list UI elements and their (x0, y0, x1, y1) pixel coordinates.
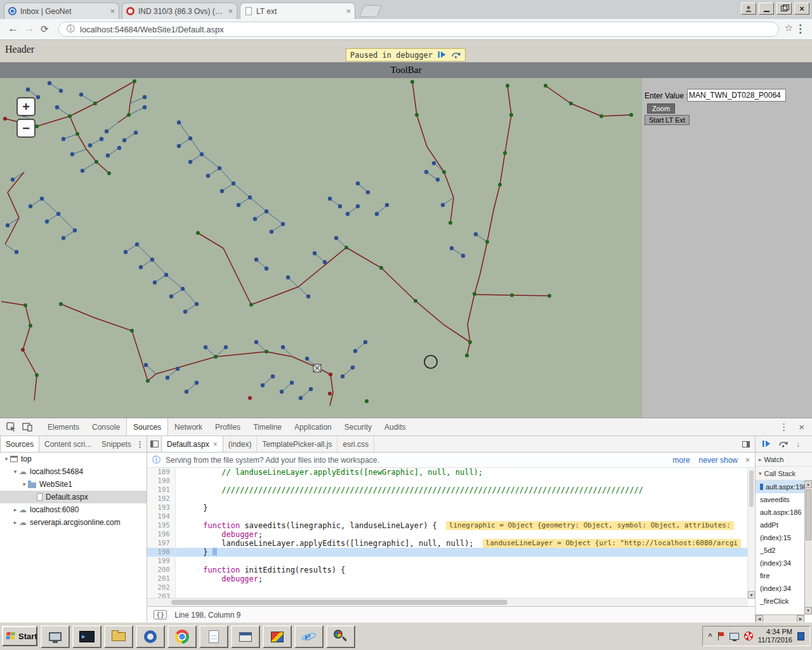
watch-section-header[interactable]: ▸ Watch (756, 453, 812, 467)
start-button[interactable]: Start (2, 626, 37, 646)
file-pane-tab[interactable]: Content scri... (39, 436, 96, 452)
pretty-print-icon[interactable]: {} (154, 610, 167, 620)
device-toolbar-icon[interactable] (22, 423, 32, 432)
infobar-more-link[interactable]: more (672, 456, 690, 465)
callstack-function[interactable]: addPt (756, 519, 812, 531)
callstack-location[interactable]: ault.aspx:198 (756, 481, 812, 493)
scroll-up-icon[interactable]: ▲ (804, 481, 812, 488)
browser-tab[interactable]: Inbox | GeoNet× (4, 3, 119, 19)
devtools-close-icon[interactable]: × (799, 421, 804, 433)
browser-tab[interactable]: LT ext× (240, 3, 355, 19)
browser-menu-icon[interactable]: ⋮ (795, 22, 806, 36)
toggle-navigator-icon[interactable] (147, 441, 161, 448)
codewin-launcher[interactable] (231, 625, 260, 648)
minimize-button[interactable] (759, 3, 774, 15)
terminal-launcher[interactable] (72, 625, 102, 648)
code-line[interactable]: 199 (147, 557, 755, 566)
notepad-launcher[interactable] (199, 625, 228, 648)
scroll-down-icon[interactable]: ▼ (748, 591, 755, 599)
infobar-nevershow-link[interactable]: never show (699, 456, 738, 465)
scroll-down-icon[interactable]: ▼ (804, 607, 812, 614)
editor-tab[interactable]: Default.aspx× (161, 436, 223, 452)
tree-item-default-aspx[interactable]: Default.aspx (0, 491, 147, 503)
start-lt-ext-button[interactable]: Start LT Ext (645, 115, 690, 125)
bookmark-star-icon[interactable]: ☆ (785, 22, 793, 34)
forward-button[interactable]: → (24, 22, 35, 35)
code-line[interactable]: 191 ////////////////////////////////////… (147, 486, 755, 494)
page-info-icon[interactable]: ⓘ (67, 23, 75, 35)
map-canvas[interactable] (0, 78, 642, 418)
resume-icon[interactable] (762, 439, 771, 450)
tab-close-icon[interactable]: × (228, 7, 233, 15)
devtools-tab-application[interactable]: Application (288, 418, 338, 435)
callstack-location[interactable]: (index):34 (756, 557, 812, 569)
close-button[interactable]: × (794, 3, 809, 15)
reload-button[interactable]: ⟳ (41, 23, 49, 35)
inspect-element-icon[interactable] (6, 422, 16, 432)
tree-item-localhost-54684[interactable]: ▾☁localhost:54684 (0, 465, 147, 478)
tree-item-serverapi-arcgisonline-com[interactable]: ▸☁serverapi.arcgisonline.com (0, 516, 147, 529)
editor-tab[interactable]: esri.css (337, 436, 374, 452)
devtools-tab-timeline[interactable]: Timeline (247, 418, 288, 435)
computer-launcher[interactable] (41, 625, 70, 648)
toggle-drawer-icon[interactable] (742, 441, 750, 448)
code-line[interactable]: 202 (147, 583, 755, 592)
colorapp-launcher[interactable] (263, 625, 292, 648)
map-view[interactable]: + − (0, 78, 642, 418)
file-pane-tab[interactable]: Sources (0, 436, 39, 452)
red-ball-icon[interactable] (744, 632, 753, 640)
tray-indicator-icon[interactable] (797, 632, 804, 640)
back-button[interactable]: ← (8, 22, 18, 35)
flag-icon[interactable] (717, 632, 724, 640)
map-zoom-out-button[interactable]: − (16, 119, 36, 138)
callstack-function[interactable]: saveedits (756, 493, 812, 506)
devtools-tab-security[interactable]: Security (338, 418, 378, 435)
step-into-icon[interactable]: ↓ (796, 440, 800, 449)
code-line[interactable]: 196 debugger; (147, 530, 755, 539)
step-over-icon[interactable] (778, 439, 789, 450)
tree-item-top[interactable]: ▾top (0, 453, 147, 465)
resume-script-icon[interactable] (438, 50, 446, 61)
editor-horizontal-scrollbar[interactable] (147, 598, 748, 606)
step-over-icon[interactable] (451, 50, 461, 61)
code-line[interactable]: 189 // landuseLineLayer.applyEdits([newG… (147, 468, 755, 477)
browser-tab[interactable]: IND 310/3 (86.3 Ovs) (Ajink× (122, 3, 237, 19)
tab-close-icon[interactable]: × (346, 7, 351, 15)
callstack-function[interactable]: _5d2 (756, 544, 812, 557)
callstack-section-header[interactable]: ▾ Call Stack (756, 467, 812, 481)
searchball-launcher[interactable] (326, 625, 355, 648)
devtools-menu-icon[interactable]: ⋮ (779, 421, 789, 433)
callstack-location[interactable]: (index):34 (756, 582, 812, 595)
code-line[interactable]: 198 } (147, 548, 755, 557)
tree-item-localhost-6080[interactable]: ▸☁localhost:6080 (0, 503, 147, 516)
value-input[interactable] (687, 89, 786, 102)
devtools-tab-console[interactable]: Console (86, 418, 126, 435)
callstack-location[interactable]: ault.aspx:186 (756, 506, 812, 519)
code-line[interactable]: 193 } (147, 503, 755, 512)
new-tab-button[interactable] (359, 5, 382, 17)
infobar-close-icon[interactable]: × (745, 456, 750, 465)
tab-close-icon[interactable]: × (110, 7, 115, 15)
ie-launcher[interactable] (294, 625, 324, 648)
folder-launcher[interactable] (104, 625, 133, 648)
sidebar-vertical-scrollbar[interactable]: ▲ ▼ (804, 481, 812, 614)
editor-tab[interactable]: TemplatePicker-all.js (257, 436, 337, 452)
devtools-tab-elements[interactable]: Elements (41, 418, 86, 435)
code-line[interactable]: 194 (147, 512, 755, 521)
editor-vertical-scrollbar[interactable]: ▼ (747, 468, 755, 599)
devtools-tab-audits[interactable]: Audits (378, 418, 412, 435)
devtools-tab-network[interactable]: Network (168, 418, 209, 435)
callstack-function[interactable]: fire (756, 569, 812, 582)
tab-close-icon[interactable]: × (213, 440, 218, 449)
code-line[interactable]: 190 (147, 477, 755, 486)
file-pane-menu-icon[interactable]: ⋮ (136, 440, 144, 449)
code-line[interactable]: 200 function initEditing(results) { (147, 566, 755, 574)
code-line[interactable]: 192 (147, 494, 755, 503)
chevron-up-icon[interactable]: ^ (708, 632, 712, 640)
address-bar[interactable]: ⓘ localhost:54684/WebSite1/Default.aspx (58, 22, 779, 37)
tree-item-website1[interactable]: ▾WebSite1 (0, 478, 147, 491)
callstack-location[interactable]: (index):15 (756, 531, 812, 544)
bluering-launcher[interactable] (136, 625, 165, 648)
map-zoom-in-button[interactable]: + (16, 97, 36, 116)
code-line[interactable]: 201 debugger; (147, 574, 755, 583)
